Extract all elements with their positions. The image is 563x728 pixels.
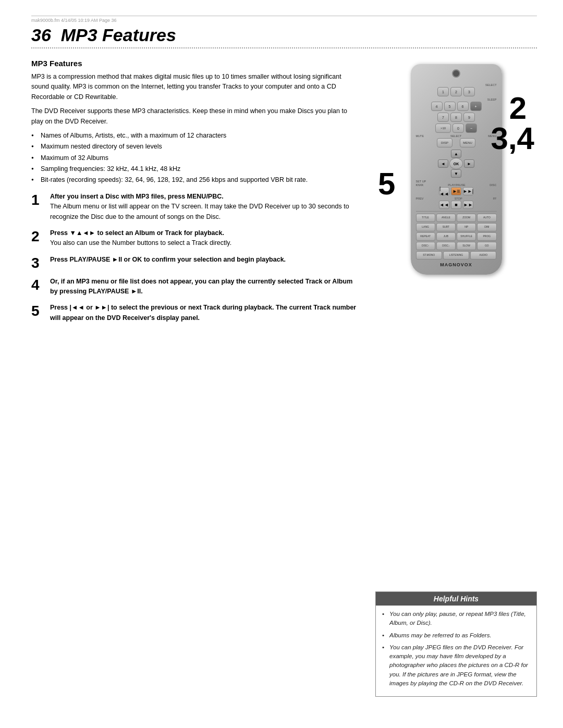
btn-plus10[interactable]: >10	[435, 124, 451, 133]
btn-up[interactable]: ▲	[451, 150, 461, 158]
btn-program[interactable]: PROG	[477, 232, 496, 241]
btn-go-mode[interactable]: GO	[477, 242, 496, 250]
btn-down[interactable]: ▼	[451, 169, 461, 178]
remote-control: SELECT 1 2 3 SLEEP 4 5	[411, 64, 502, 275]
btn-ff[interactable]: ►►	[463, 201, 473, 209]
btn-next[interactable]: ►►|	[463, 187, 473, 195]
step-1-content: After you insert a Disc with MP3 files, …	[50, 192, 360, 222]
remote-container: 2 3,4 5 SELECT 1	[375, 59, 537, 275]
btn-repeat[interactable]: REPEAT	[416, 232, 435, 241]
btn-right[interactable]: ►	[464, 159, 474, 168]
power-button[interactable]	[452, 69, 460, 78]
btn-grid-5: ST.MONO LISTENING AUDIO	[416, 251, 497, 260]
btn-8[interactable]: 8	[450, 113, 462, 122]
btn-grid-2: LANG SUBT NP DIM	[416, 223, 497, 231]
btn-0[interactable]: 0	[452, 124, 464, 133]
btn-vol-up[interactable]: +	[470, 102, 482, 111]
btn-title[interactable]: TITLE	[416, 214, 435, 222]
btn-angle[interactable]: ANGLE	[436, 214, 456, 222]
nav-mid-row: ◄ OK ►	[438, 158, 474, 169]
list-item: Sampling frequencies: 32 kHz, 44.1 kHz, …	[31, 164, 360, 174]
btn-6[interactable]: 6	[457, 102, 469, 111]
brand-label: MAGNOVOX	[416, 262, 497, 267]
step-3-content: Press PLAY/PAUSE ►II or OK to confirm yo…	[50, 255, 360, 265]
step-1-title: After you insert a Disc with MP3 files, …	[50, 193, 224, 200]
step-5-content: Press |◄◄ or ►►| to select the previous …	[50, 303, 360, 323]
btn-playpause[interactable]: ►II	[451, 187, 461, 195]
page-title: 36 MP3 Features	[31, 25, 537, 45]
btn-4[interactable]: 4	[431, 102, 443, 111]
btn-1[interactable]: 1	[437, 87, 449, 96]
select-label: SELECT	[485, 83, 496, 87]
right-column: 2 3,4 5 SELECT 1	[375, 59, 537, 329]
list-item: Maximum nested directory of seven levels	[31, 142, 360, 152]
step-2-number: 2	[31, 229, 46, 244]
btn-grid-4: DISC↑ DISC↓ SLOW GO	[416, 242, 497, 250]
page-header: 36 MP3 Features	[31, 25, 537, 48]
btn-grid-1: TITLE ANGLE ZOOM AUTO	[416, 214, 497, 222]
btn-stmono[interactable]: ST.MONO	[416, 251, 442, 260]
num-row-2: 4 5 6 +	[416, 102, 497, 111]
stop-label: STOP	[455, 197, 462, 200]
btn-left[interactable]: ◄	[438, 159, 448, 168]
helpful-hints-content: You can only play, pause, or repeat MP3 …	[376, 606, 536, 696]
step-5-title: Press |◄◄ or ►►| to select the previous …	[50, 304, 356, 321]
btn-vol-down[interactable]: −	[466, 124, 477, 133]
helpful-hints-title: Helpful Hints	[434, 595, 479, 603]
btn-3[interactable]: 3	[463, 87, 475, 96]
overlay-number-2: 2	[509, 90, 527, 126]
content-area: MP3 Features MP3 is a compression method…	[31, 59, 537, 329]
btn-slow-mo[interactable]: SLOW	[457, 242, 476, 250]
page-title-text: MP3 Features	[61, 25, 176, 45]
btn-prev[interactable]: |◄◄	[439, 187, 449, 195]
step-2: 2 Press ▼▲◄► to select an Album or Track…	[31, 228, 360, 249]
helpful-hints-list: You can only play, pause, or repeat MP3 …	[382, 610, 530, 688]
num-row-3: 7 8 9	[416, 113, 497, 122]
step-1: 1 After you insert a Disc with MP3 files…	[31, 192, 360, 222]
btn-zoom[interactable]: ZOOM	[457, 214, 476, 222]
btn-auto[interactable]: AUTO	[477, 214, 496, 222]
step-2-detail: You also can use the Number buttons to s…	[50, 239, 231, 246]
feature-list: Names of Albums, Artists, etc., with a m…	[31, 131, 360, 186]
btn-ok[interactable]: OK	[449, 158, 463, 169]
btn-rew[interactable]: ◄◄	[439, 201, 449, 209]
step-3-title: Press PLAY/PAUSE ►II or OK to confirm yo…	[50, 256, 286, 263]
nav-up-row: ▲	[451, 150, 461, 158]
btn-subtitle[interactable]: SUBT	[436, 223, 456, 231]
btn-5[interactable]: 5	[444, 102, 456, 111]
btn-shuffle[interactable]: SHUFFLE	[457, 232, 476, 241]
step-2-content: Press ▼▲◄► to select an Album or Track f…	[50, 228, 360, 249]
btn-stop[interactable]: ■	[451, 201, 461, 209]
btn-menu[interactable]: MENU	[460, 138, 475, 147]
btn-grid-3: REPEAT JUB SHUFFLE PROG	[416, 232, 497, 241]
btn-7[interactable]: 7	[437, 113, 449, 122]
step-4-content: Or, if an MP3 menu or file list does not…	[50, 277, 360, 297]
remote-divider-1	[416, 211, 497, 212]
btn-listening[interactable]: LISTENING	[443, 251, 469, 260]
display-menu-row: DISP MENU	[416, 138, 497, 147]
select-label2: SELECT	[450, 134, 461, 138]
btn-audio[interactable]: AUDIO	[470, 251, 496, 260]
helpful-hints-box: Helpful Hints You can only play, pause, …	[375, 591, 537, 697]
step-4-title: Or, if an MP3 menu or file list does not…	[50, 278, 352, 295]
section-heading: MP3 Features	[31, 59, 360, 68]
step-2-title: Press ▼▲◄► to select an Album or Track f…	[50, 229, 224, 237]
btn-jub[interactable]: JUB	[436, 232, 456, 241]
step-1-detail: The Album menu or list will appear on th…	[50, 203, 349, 220]
btn-9[interactable]: 9	[463, 113, 475, 122]
hint-item-1: You can only play, pause, or repeat MP3 …	[382, 610, 530, 628]
steps-container: 1 After you insert a Disc with MP3 files…	[31, 192, 360, 323]
transport-row-2: ◄◄ ■ ►►	[416, 201, 497, 209]
btn-2[interactable]: 2	[450, 87, 462, 96]
btn-disc-skip[interactable]: DISC↑	[416, 242, 435, 250]
disc-label: DISC	[489, 183, 496, 187]
btn-np[interactable]: NP	[457, 223, 476, 231]
btn-disc-no[interactable]: DISC↓	[436, 242, 456, 250]
btn-display[interactable]: DISP	[437, 138, 452, 147]
nav-down-row: ▼	[451, 169, 461, 178]
btn-language[interactable]: LANG	[416, 223, 435, 231]
step-4-number: 4	[31, 278, 46, 292]
mute-label: MUTE	[416, 134, 424, 138]
left-column: MP3 Features MP3 is a compression method…	[31, 59, 360, 329]
btn-dim[interactable]: DIM	[477, 223, 496, 231]
